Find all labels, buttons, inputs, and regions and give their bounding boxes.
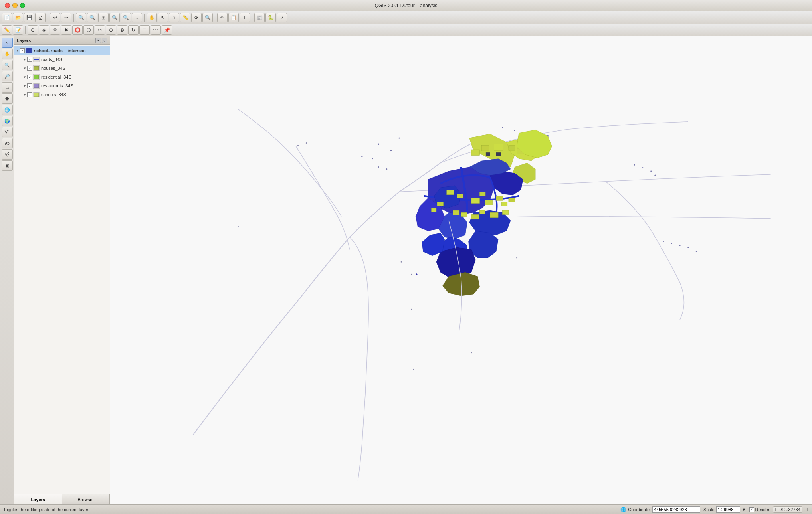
schools-checkbox[interactable] [27, 92, 32, 97]
merge-btn[interactable]: ⊕ [106, 25, 116, 35]
node-btn[interactable]: ◈ [39, 25, 49, 35]
svg-rect-75 [509, 146, 515, 150]
move-btn[interactable]: ✥ [50, 25, 60, 35]
digitize-btn[interactable]: 📝 [13, 25, 23, 35]
zoom-in-tool[interactable]: 🔍 [2, 60, 13, 70]
identify-icon: ℹ [173, 15, 175, 20]
svg-point-15 [398, 138, 400, 139]
attributes-button[interactable]: 📋 [228, 13, 239, 22]
python-button[interactable]: 🐍 [265, 13, 276, 22]
select-rect-tool[interactable]: ▭ [2, 82, 13, 93]
zoom-map-button[interactable]: 🔍 [202, 13, 213, 22]
scale-dropdown-icon[interactable]: ▼ [742, 507, 746, 512]
cursor-tool[interactable]: ↖ [2, 38, 13, 48]
zoom-last-icon: ↕ [136, 15, 138, 20]
layer-item-residential[interactable]: ▼ residential_34S [14, 73, 110, 81]
save-icon: 💾 [26, 15, 32, 20]
simplify-btn[interactable]: ◻ [139, 25, 150, 35]
render-section: Render [749, 507, 770, 512]
epsg-button[interactable]: EPSG:32734 [773, 506, 802, 513]
refresh-button[interactable]: ⟳ [191, 13, 202, 22]
move-icon: ✥ [53, 27, 57, 33]
delete-btn[interactable]: ✖ [61, 25, 71, 35]
svg-rect-1 [26, 48, 32, 53]
open-button[interactable]: 📂 [13, 13, 23, 22]
globe2-tool[interactable]: 🌍 [2, 116, 13, 126]
edit-toggle-button[interactable]: ✏️ [2, 25, 12, 35]
layer-item-houses[interactable]: ▼ houses_34S [14, 64, 110, 73]
svg-point-35 [411, 274, 412, 275]
tab-browser[interactable]: Browser [62, 494, 110, 504]
svg-rect-9 [34, 84, 39, 88]
zoom-in-button[interactable]: 🔍 [76, 13, 86, 22]
globe-tool[interactable]: 🌐 [2, 105, 13, 115]
minimize-button[interactable] [12, 3, 18, 8]
labeling-button[interactable]: T [240, 13, 250, 22]
pan-button[interactable]: ✋ [147, 13, 157, 22]
print-icon: 🖨 [38, 15, 43, 20]
measure-button[interactable]: 📏 [180, 13, 190, 22]
layer-type-icon [26, 48, 32, 53]
layer-checkbox[interactable] [20, 48, 25, 53]
reshape-btn[interactable]: ⬡ [83, 25, 94, 35]
svg-point-23 [386, 168, 387, 170]
select-poly-tool[interactable]: ⬟ [2, 93, 13, 104]
new-project-button[interactable]: 📄 [2, 13, 12, 22]
ring-btn[interactable]: ⭕ [72, 25, 83, 35]
composer-button[interactable]: 📰 [254, 13, 265, 22]
annot-icon: ▣ [5, 163, 9, 168]
undo-icon: ↩ [53, 15, 57, 20]
roads-checkbox[interactable] [27, 57, 32, 62]
zoom-full-button[interactable]: ⊞ [98, 13, 109, 22]
undo-button[interactable]: ↩ [50, 13, 60, 22]
tab-layers[interactable]: Layers [14, 494, 62, 504]
identify-button[interactable]: ℹ [169, 13, 179, 22]
expand-arrow-roads: ▼ [23, 58, 27, 61]
save-button[interactable]: 💾 [24, 13, 34, 22]
zoom-out-icon: 🔍 [89, 15, 95, 20]
print-button[interactable]: 🖨 [35, 13, 46, 22]
zoom-selection-button[interactable]: 🔍 [121, 13, 131, 22]
zoom-last-button[interactable]: ↕ [132, 13, 142, 22]
scale-input[interactable] [716, 506, 740, 513]
freehand-btn[interactable]: 〰 [151, 25, 161, 35]
digitize-button[interactable]: ✏ [217, 13, 228, 22]
zoom-out-button[interactable]: 🔍 [87, 13, 97, 22]
zoom-layer-button[interactable]: 🔍 [109, 13, 120, 22]
layer-item-school-roads-intersect[interactable]: ▼ schooL roads _ intersect [14, 46, 110, 55]
redo-button[interactable]: ↪ [61, 13, 71, 22]
layer-item-schools[interactable]: ▼ schools_34S [14, 90, 110, 99]
layer-item-restaurants[interactable]: ▼ restaurants_34S [14, 81, 110, 90]
render-checkbox[interactable] [749, 507, 754, 512]
residential-checkbox[interactable] [27, 75, 32, 79]
identify-tool[interactable]: Vʃ [2, 127, 13, 137]
split-btn[interactable]: ✂ [95, 25, 105, 35]
svg-rect-70 [490, 212, 498, 217]
add-crs-button[interactable]: + [806, 506, 809, 513]
layer-item-roads[interactable]: ▼ roads_34S [14, 55, 110, 64]
zoom-out-tool[interactable]: 🔎 [2, 71, 13, 81]
maximize-button[interactable] [20, 3, 25, 8]
houses-icon [33, 65, 40, 71]
svg-point-37 [411, 309, 412, 310]
close-button[interactable] [5, 3, 10, 8]
window-controls[interactable] [5, 3, 25, 8]
coordinate-input[interactable] [652, 506, 700, 513]
select-button[interactable]: ↖ [158, 13, 168, 22]
pin-btn[interactable]: 📌 [162, 25, 172, 35]
snap-btn[interactable]: ⊙ [28, 25, 38, 35]
offset-btn[interactable]: ⊗ [117, 25, 127, 35]
status-message: Toggles the editing state of the current… [3, 507, 617, 512]
panel-float-button[interactable]: ○ [102, 38, 107, 43]
help-button[interactable]: ? [277, 13, 287, 22]
annotation-tool[interactable]: ▣ [2, 160, 13, 171]
panel-close-button[interactable]: × [95, 38, 101, 43]
pan-tool[interactable]: ✋ [2, 49, 13, 59]
rotate-btn[interactable]: ↻ [128, 25, 139, 35]
measure-tool[interactable]: Vʄ [2, 149, 13, 160]
svg-rect-11 [34, 93, 39, 97]
restaurants-checkbox[interactable] [27, 83, 32, 88]
houses-checkbox[interactable] [27, 66, 32, 71]
query-tool[interactable]: 9ɔ [2, 138, 13, 148]
map-canvas[interactable] [110, 36, 812, 504]
